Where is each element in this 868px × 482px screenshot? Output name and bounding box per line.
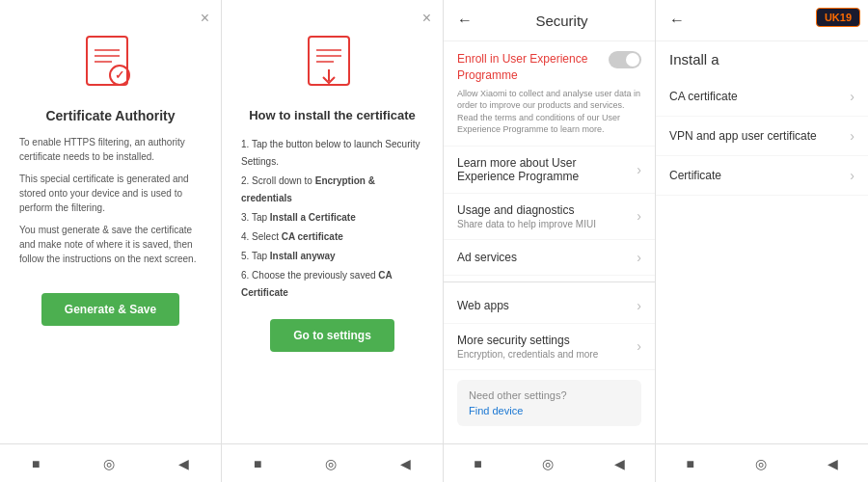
divider-1 [444, 281, 655, 282]
chevron-ca: › [850, 89, 854, 104]
usage-sub: Share data to help improve MIUI [457, 219, 637, 229]
security-title: Security [482, 13, 641, 29]
usage-label: Usage and diagnostics [457, 203, 637, 217]
back-arrow-4[interactable]: ← [669, 12, 685, 29]
chevron-icon-learn: › [637, 162, 641, 177]
ad-services-label: Ad services [457, 251, 637, 264]
enroll-desc: Allow Xiaomi to collect and analyse user… [457, 88, 641, 136]
step-3: 3. Tap Install a Certificate [241, 209, 423, 227]
vpn-cert-label: VPN and app user certificate [669, 129, 850, 143]
bottom-nav-4: ■ ◎ ◀ [656, 443, 868, 482]
learn-more-label: Learn more about User Experience Program… [457, 156, 637, 183]
bottom-nav-3: ■ ◎ ◀ [444, 443, 655, 482]
web-apps-item[interactable]: Web apps › [444, 288, 655, 324]
bottom-nav-2: ■ ◎ ◀ [222, 443, 443, 482]
install-panel: ← UK19 Install a CA certificate › VPN an… [656, 0, 868, 482]
bottom-nav-1: ■ ◎ ◀ [0, 443, 221, 482]
chevron-icon-more: › [637, 338, 641, 354]
install-title: Install a [656, 51, 868, 67]
svg-text:✓: ✓ [115, 68, 124, 82]
nav-circle-4[interactable]: ◎ [755, 456, 767, 471]
nav-triangle-1[interactable]: ◀ [178, 456, 189, 471]
usage-diagnostics-item[interactable]: Usage and diagnostics Share data to help… [444, 194, 655, 240]
step-1: 1. Tap the button below to launch Securi… [241, 136, 423, 171]
nav-square-3[interactable]: ■ [474, 456, 481, 471]
chevron-icon-usage: › [637, 208, 641, 224]
install-steps: 1. Tap the button below to launch Securi… [241, 136, 423, 304]
certificate-label: Certificate [669, 169, 850, 182]
nav-triangle-3[interactable]: ◀ [614, 456, 625, 471]
go-to-settings-button[interactable]: Go to settings [270, 319, 394, 352]
learn-more-item[interactable]: Learn more about User Experience Program… [444, 147, 655, 194]
nav-square-2[interactable]: ■ [254, 456, 261, 471]
certificate-authority-panel: × ✓ Certificate Authority To enable HTTP… [0, 0, 222, 482]
nav-circle-1[interactable]: ◎ [103, 456, 115, 471]
enroll-toggle[interactable] [609, 51, 641, 68]
step-2: 2. Scroll down to Encryption & credentia… [241, 173, 423, 207]
more-security-sub: Encryption, credentials and more [457, 349, 637, 360]
panel1-desc1: To enable HTTPS filtering, an authority … [19, 135, 202, 164]
close-icon-2[interactable]: × [422, 10, 431, 27]
nav-square-1[interactable]: ■ [32, 456, 40, 471]
need-settings-title: Need other settings? [469, 389, 630, 401]
step-6: 6. Choose the previously saved CA Certif… [241, 267, 423, 302]
panel2-title: How to install the certificate [249, 108, 416, 122]
find-device-link[interactable]: Find device [469, 405, 630, 416]
ca-cert-item[interactable]: CA certificate › [656, 77, 868, 117]
certificate-type-list: CA certificate › VPN and app user certif… [656, 67, 868, 205]
ca-cert-label: CA certificate [669, 90, 850, 103]
chevron-vpn: › [850, 128, 854, 144]
security-panel: ← Security Enroll in User Experience Pro… [444, 0, 656, 482]
chevron-icon-webapps: › [637, 298, 641, 313]
step-4: 4. Select CA certificate [241, 228, 423, 246]
nav-circle-2[interactable]: ◎ [325, 456, 337, 471]
step-5: 5. Tap Install anyway [241, 248, 423, 265]
install-icon [299, 29, 366, 96]
panel1-title: Certificate Authority [45, 108, 175, 123]
more-security-label: More security settings [457, 334, 637, 347]
more-security-item[interactable]: More security settings Encryption, crede… [444, 324, 655, 370]
nav-triangle-4[interactable]: ◀ [827, 456, 838, 471]
ad-services-item[interactable]: Ad services › [444, 240, 655, 276]
watermark-badge: UK19 [816, 8, 860, 27]
back-arrow-3[interactable]: ← [457, 12, 473, 29]
security-list: Enroll in User Experience Programme Allo… [444, 41, 655, 482]
install-certificate-panel: × How to install the certificate 1. Tap … [222, 0, 444, 482]
web-apps-label: Web apps [457, 299, 637, 312]
close-icon[interactable]: × [201, 10, 209, 27]
enroll-section[interactable]: Enroll in User Experience Programme Allo… [444, 41, 655, 147]
enroll-title: Enroll in User Experience Programme [457, 51, 601, 84]
generate-save-button[interactable]: Generate & Save [41, 293, 179, 326]
certificate-icon: ✓ [77, 29, 145, 96]
vpn-cert-item[interactable]: VPN and app user certificate › [656, 117, 868, 156]
nav-triangle-2[interactable]: ◀ [400, 456, 411, 471]
chevron-icon-ad: › [637, 250, 641, 265]
certificate-item[interactable]: Certificate › [656, 156, 868, 196]
chevron-cert: › [850, 168, 854, 183]
panel1-desc3: You must generate & save the certificate… [19, 223, 202, 266]
panel1-desc2: This special certificate is generated an… [19, 172, 202, 215]
nav-square-4[interactable]: ■ [686, 456, 693, 471]
security-header: ← Security [444, 0, 655, 41]
nav-circle-3[interactable]: ◎ [542, 456, 554, 471]
need-settings-box: Need other settings? Find device [457, 380, 641, 426]
